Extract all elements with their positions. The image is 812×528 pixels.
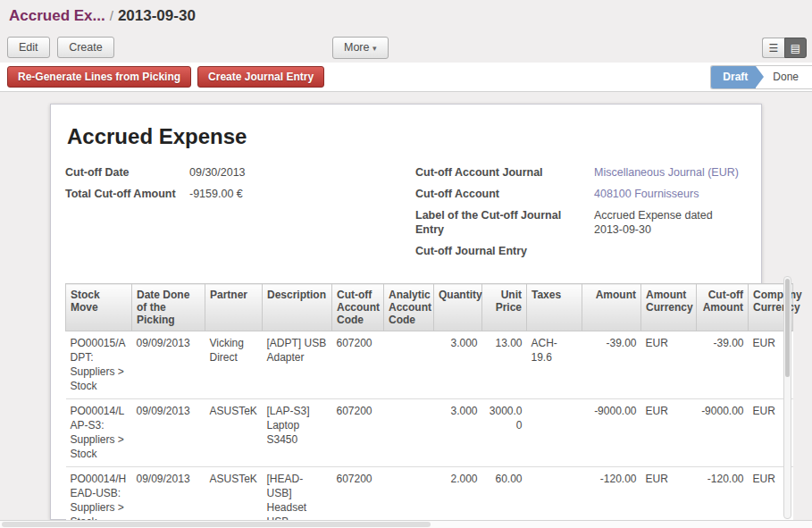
table-cell: -9000.00: [582, 399, 641, 467]
table-cell: 607200: [332, 399, 384, 467]
column-header[interactable]: Taxes: [527, 284, 582, 331]
toolbar: Edit Create More ▾ ☰ ▤: [0, 32, 812, 63]
more-button[interactable]: More ▾: [332, 37, 389, 59]
create-button[interactable]: Create: [57, 37, 114, 58]
action-bar: Re-Generate Lines from Picking Create Jo…: [0, 63, 812, 92]
table-cell: 2.000: [434, 467, 482, 528]
status-draft: Draft: [711, 66, 756, 88]
column-header[interactable]: Cut-off Amount: [697, 284, 749, 331]
table-cell: 607200: [332, 331, 384, 399]
table-cell: -39.00: [582, 331, 641, 399]
breadcrumb-current: 2013-09-30: [118, 7, 196, 24]
table-cell: [HEAD-USB] Headset USB: [263, 467, 332, 528]
column-header[interactable]: Cut-off Account Code: [332, 284, 384, 331]
table-cell: ASUSTeK: [205, 399, 263, 467]
table-cell: 3.000: [434, 399, 482, 467]
table-cell: [LAP-S3] Laptop S3450: [263, 399, 332, 467]
page: Accrued Ex.../2013-09-30 Edit Create Mor…: [0, 0, 812, 528]
form-sheet: Accrued Expense Cut-off Date 09/30/2013 …: [50, 104, 762, 520]
column-header[interactable]: Amount: [582, 284, 641, 331]
chevron-down-icon: ▾: [373, 44, 377, 53]
horizontal-scrollbar-thumb[interactable]: [2, 522, 431, 527]
breadcrumb: Accrued Ex.../2013-09-30: [0, 0, 812, 32]
column-header[interactable]: Description: [263, 284, 332, 331]
field-label: Total Cut-off Amount: [65, 187, 189, 201]
column-header[interactable]: Stock Move: [66, 284, 132, 331]
journal-entry-label-value: Accrued Expense dated 2013-09-30: [594, 208, 728, 237]
lines-table-container: Stock MoveDate Done of the PickingPartne…: [65, 283, 792, 528]
breadcrumb-parent-link[interactable]: Accrued Ex...: [9, 7, 105, 24]
table-cell: 3000.00: [482, 399, 527, 467]
table-cell: 3.000: [434, 331, 482, 399]
field-groups: Cut-off Date 09/30/2013 Total Cut-off Am…: [65, 165, 747, 265]
table-cell: 09/09/2013: [132, 399, 205, 467]
view-switcher: ☰ ▤: [762, 38, 807, 58]
table-cell: 09/09/2013: [132, 467, 205, 528]
table-cell: -120.00: [697, 467, 749, 528]
table-cell: 13.00: [482, 331, 527, 399]
field-label: Cut-off Account: [415, 187, 594, 201]
table-cell: [384, 399, 434, 467]
table-cell: PO00014/HEAD-USB: Suppliers > Stock: [66, 467, 132, 528]
total-cutoff-amount-value: -9159.00 €: [189, 187, 243, 201]
field-journal-entry-label: Label of the Cut-off Journal Entry Accru…: [415, 208, 747, 237]
table-cell: EUR: [641, 467, 697, 528]
field-cutoff-date: Cut-off Date 09/30/2013: [65, 165, 415, 180]
table-cell: PO00015/ADPT: Suppliers > Stock: [66, 331, 132, 399]
column-header[interactable]: Partner: [205, 284, 263, 331]
statusbar: Draft Done: [710, 65, 812, 89]
table-header-row: Stock MoveDate Done of the PickingPartne…: [66, 284, 793, 331]
table-cell: PO00014/LAP-S3: Suppliers > Stock: [66, 399, 132, 467]
table-cell: [527, 399, 582, 467]
vertical-scrollbar[interactable]: [783, 276, 791, 519]
table-cell: [527, 467, 582, 528]
column-header[interactable]: Unit Price: [482, 284, 527, 331]
vertical-scrollbar-thumb[interactable]: [785, 279, 790, 377]
table-cell: ASUSTeK: [205, 467, 263, 528]
table-row[interactable]: PO00015/ADPT: Suppliers > Stock09/09/201…: [66, 331, 793, 399]
column-header[interactable]: Amount Currency: [641, 284, 697, 331]
field-label: Cut-off Account Journal: [415, 165, 594, 180]
field-label: Cut-off Date: [65, 165, 189, 180]
table-cell: EUR: [641, 399, 697, 467]
column-header[interactable]: Date Done of the Picking: [132, 284, 205, 331]
form-view-icon: ▤: [791, 42, 800, 54]
field-label: Cut-off Journal Entry: [415, 244, 594, 258]
cutoff-account-link[interactable]: 408100 Fournisseurs: [594, 187, 699, 201]
table-cell: [ADPT] USB Adapter: [263, 331, 332, 399]
table-cell: [384, 331, 434, 399]
page-title: Accrued Expense: [67, 124, 747, 149]
breadcrumb-separator: /: [110, 8, 113, 23]
field-cutoff-journal-entry: Cut-off Journal Entry: [415, 244, 747, 258]
field-cutoff-account: Cut-off Account 408100 Fournisseurs: [415, 187, 747, 201]
field-label: Label of the Cut-off Journal Entry: [415, 208, 594, 237]
status-draft-label: Draft: [723, 71, 748, 83]
table-cell: [384, 467, 434, 528]
table-cell: Vicking Direct: [205, 331, 263, 399]
table-cell: ACH-19.6: [527, 331, 582, 399]
expense-lines-table: Stock MoveDate Done of the PickingPartne…: [65, 283, 793, 528]
table-row[interactable]: PO00014/LAP-S3: Suppliers > Stock09/09/2…: [66, 399, 793, 467]
table-cell: -39.00: [697, 331, 749, 399]
right-field-group: Cut-off Account Journal Miscellaneous Jo…: [415, 165, 747, 265]
table-cell: 09/09/2013: [132, 331, 205, 399]
form-view-button[interactable]: ▤: [784, 38, 807, 58]
column-header[interactable]: Quantity: [434, 284, 482, 331]
table-row[interactable]: PO00014/HEAD-USB: Suppliers > Stock09/09…: [66, 467, 793, 528]
cutoff-date-value: 09/30/2013: [189, 165, 246, 180]
table-cell: -9000.00: [697, 399, 749, 467]
column-header[interactable]: Analytic Account Code: [384, 284, 434, 331]
list-view-button[interactable]: ☰: [762, 38, 784, 58]
table-cell: 60.00: [482, 467, 527, 528]
table-cell: -120.00: [582, 467, 641, 528]
table-cell: 607200: [332, 467, 384, 528]
regenerate-lines-button[interactable]: Re-Generate Lines from Picking: [7, 66, 191, 88]
horizontal-scrollbar[interactable]: [0, 520, 812, 528]
status-done: Done: [756, 66, 812, 88]
table-body: PO00015/ADPT: Suppliers > Stock09/09/201…: [66, 331, 793, 528]
cutoff-account-journal-link[interactable]: Miscellaneous Journal (EUR): [594, 165, 739, 180]
edit-button[interactable]: Edit: [7, 37, 50, 58]
create-journal-entry-button[interactable]: Create Journal Entry: [197, 66, 324, 88]
field-cutoff-account-journal: Cut-off Account Journal Miscellaneous Jo…: [415, 165, 747, 180]
field-total-cutoff-amount: Total Cut-off Amount -9159.00 €: [65, 187, 415, 201]
